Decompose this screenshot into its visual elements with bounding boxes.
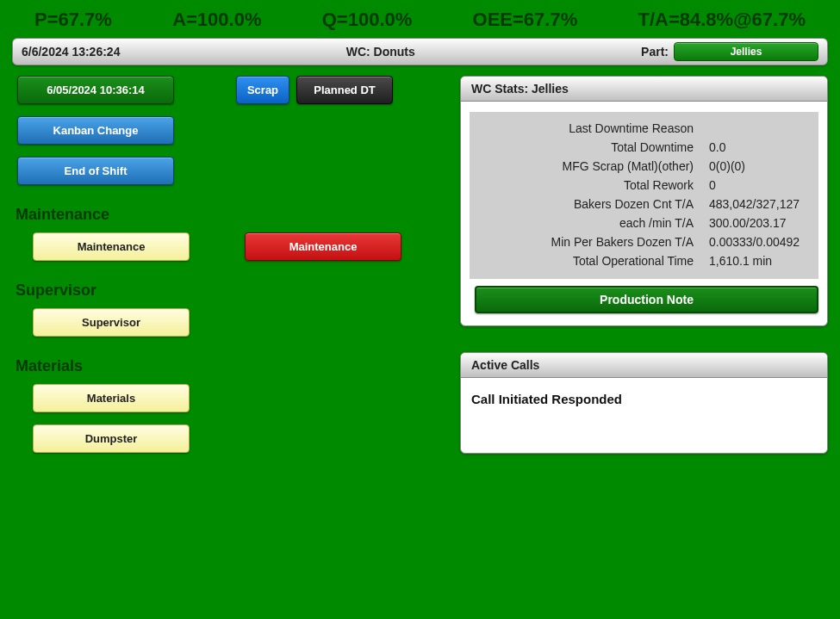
dumpster-button[interactable]: Dumpster bbox=[33, 424, 190, 453]
stats-value: 0 bbox=[709, 176, 818, 195]
stats-row: Last Downtime Reason bbox=[470, 119, 818, 138]
stats-label: Total Rework bbox=[470, 176, 709, 195]
wc-stats-title: WC Stats: Jellies bbox=[461, 77, 827, 102]
planned-dt-button[interactable]: Planned DT bbox=[296, 76, 393, 104]
header-wc: WC: Donuts bbox=[120, 45, 641, 59]
stats-label: MFG Scrap (Matl)(other) bbox=[470, 157, 709, 176]
stats-value: 483,042/327,127 bbox=[709, 195, 818, 214]
metric-ta: T/A=84.8%@67.7% bbox=[638, 9, 806, 31]
active-calls-panel: Active Calls Call Initiated Responded bbox=[460, 352, 828, 454]
stats-row: Total Operational Time1,610.1 min bbox=[470, 251, 818, 270]
kanban-change-button[interactable]: Kanban Change bbox=[17, 116, 174, 145]
stats-label: each /min T/A bbox=[470, 214, 709, 232]
stats-row: Min Per Bakers Dozen T/A0.00333/0.00492 bbox=[470, 232, 818, 251]
wc-stats-table: Last Downtime ReasonTotal Downtime0.0MFG… bbox=[470, 112, 818, 279]
stats-row: Total Rework0 bbox=[470, 176, 818, 195]
header-bar: 6/6/2024 13:26:24 WC: Donuts Part: Jelli… bbox=[12, 38, 828, 65]
stats-row: Bakers Dozen Cnt T/A483,042/327,127 bbox=[470, 195, 818, 214]
stats-value: 1,610.1 min bbox=[709, 251, 818, 270]
stats-value bbox=[709, 119, 818, 138]
stats-label: Last Downtime Reason bbox=[470, 119, 709, 138]
stats-row: MFG Scrap (Matl)(other)0(0)(0) bbox=[470, 157, 818, 176]
metrics-bar: P=67.7% A=100.0% Q=100.0% OEE=67.7% T/A=… bbox=[0, 0, 840, 38]
stats-label: Min Per Bakers Dozen T/A bbox=[470, 232, 709, 251]
header-part-label: Part: bbox=[641, 45, 669, 59]
header-datetime: 6/6/2024 13:26:24 bbox=[22, 45, 120, 59]
active-calls-text: Call Initiated Responded bbox=[470, 388, 818, 441]
section-maintenance-title: Maintenance bbox=[16, 206, 460, 224]
maintenance-alert-button[interactable]: Maintenance bbox=[245, 232, 401, 261]
stats-value: 0.00333/0.00492 bbox=[709, 232, 818, 251]
metric-a: A=100.0% bbox=[172, 9, 261, 31]
metric-q: Q=100.0% bbox=[322, 9, 413, 31]
active-calls-title: Active Calls bbox=[461, 353, 827, 378]
production-note-button[interactable]: Production Note bbox=[475, 286, 818, 313]
scrap-button[interactable]: Scrap bbox=[236, 76, 289, 104]
stats-label: Total Operational Time bbox=[470, 251, 709, 270]
stats-label: Total Downtime bbox=[470, 138, 709, 157]
metric-p: P=67.7% bbox=[34, 9, 112, 31]
part-badge[interactable]: Jellies bbox=[674, 42, 818, 61]
materials-button[interactable]: Materials bbox=[33, 384, 190, 412]
maintenance-button[interactable]: Maintenance bbox=[33, 232, 190, 261]
stats-value: 300.00/203.17 bbox=[709, 214, 818, 232]
timestamp-button[interactable]: 6/05/2024 10:36:14 bbox=[17, 76, 174, 104]
section-supervisor-title: Supervisor bbox=[16, 282, 460, 300]
wc-stats-panel: WC Stats: Jellies Last Downtime ReasonTo… bbox=[460, 76, 828, 326]
stats-row: each /min T/A300.00/203.17 bbox=[470, 214, 818, 232]
stats-label: Bakers Dozen Cnt T/A bbox=[470, 195, 709, 214]
metric-oee: OEE=67.7% bbox=[473, 9, 578, 31]
stats-value: 0(0)(0) bbox=[709, 157, 818, 176]
supervisor-button[interactable]: Supervisor bbox=[33, 308, 190, 337]
end-of-shift-button[interactable]: End of Shift bbox=[17, 157, 174, 185]
stats-row: Total Downtime0.0 bbox=[470, 138, 818, 157]
stats-value: 0.0 bbox=[709, 138, 818, 157]
section-materials-title: Materials bbox=[16, 357, 460, 375]
